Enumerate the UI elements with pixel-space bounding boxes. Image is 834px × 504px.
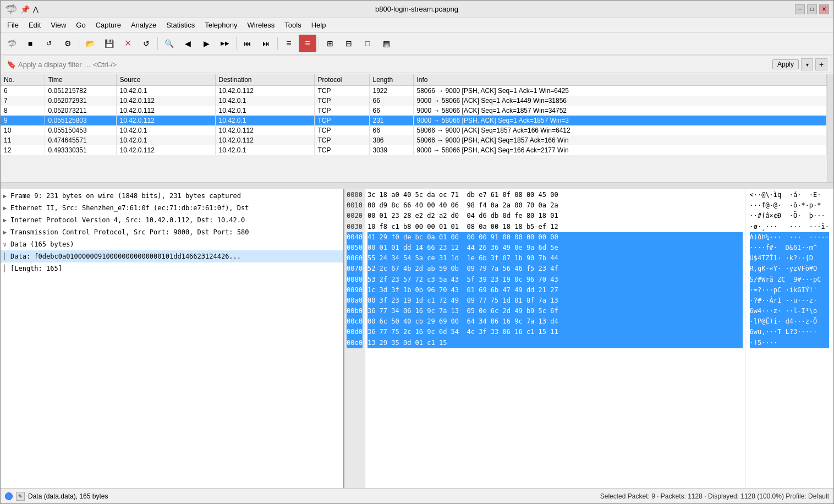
title-bar-left: 🦈 📌 ⋀ bbox=[5, 3, 39, 15]
toolbar-save[interactable]: 💾 bbox=[100, 35, 118, 52]
hex-offset: 0050 bbox=[347, 243, 363, 253]
detail-expand-icon[interactable]: │ bbox=[3, 251, 10, 261]
status-edit-button[interactable]: ✎ bbox=[16, 492, 25, 501]
toolbar-colorrules[interactable]: ≡ bbox=[299, 35, 316, 52]
toolbar-last[interactable]: ⏭ bbox=[257, 35, 275, 52]
menu-statistics[interactable]: Statistics bbox=[162, 20, 199, 30]
menu-help[interactable]: Help bbox=[307, 20, 331, 30]
toolbar-reload[interactable]: ↺ bbox=[138, 35, 155, 52]
cell-source: 10.42.0.112 bbox=[116, 116, 215, 125]
packet-list-scrollbar[interactable] bbox=[827, 74, 833, 182]
toolbar-resize[interactable]: □ bbox=[359, 35, 376, 52]
toolbar-restart[interactable]: ↺ bbox=[40, 35, 58, 52]
detail-item[interactable]: ▶Transmission Control Protocol, Src Port… bbox=[1, 226, 343, 238]
table-row[interactable]: 60.05121578210.42.0.110.42.0.112TCP19225… bbox=[1, 86, 827, 96]
cell-no: 7 bbox=[1, 96, 45, 106]
maximize-button[interactable]: □ bbox=[807, 4, 817, 14]
toolbar-open[interactable]: 📂 bbox=[81, 35, 99, 52]
toolbar-stop[interactable]: ■ bbox=[21, 35, 39, 52]
detail-item[interactable]: ∨Data (165 bytes) bbox=[1, 238, 343, 250]
detail-item[interactable]: ▶Frame 9: 231 bytes on wire (1848 bits),… bbox=[1, 190, 343, 202]
hex-ascii-row: ····f#· D&6I··m^ bbox=[750, 243, 830, 253]
toolbar-find[interactable]: 🔍 bbox=[160, 35, 178, 52]
col-length[interactable]: Length bbox=[369, 74, 413, 86]
hex-data-row: 55 24 34 54 5a ce 31 1d 1e 6b 3f 07 1b 9… bbox=[367, 253, 743, 264]
pin-icon: 📌 bbox=[20, 5, 30, 14]
table-row[interactable]: 70.05207293110.42.0.11210.42.0.1TCP66900… bbox=[1, 96, 827, 106]
filter-dropdown-button[interactable]: ▾ bbox=[801, 58, 813, 70]
col-no[interactable]: No. bbox=[1, 74, 45, 86]
menu-file[interactable]: File bbox=[3, 20, 23, 30]
cell-info: 9000 → 58066 [PSH, ACK] Seq=166 Ack=2177… bbox=[413, 145, 827, 155]
menu-tools[interactable]: Tools bbox=[280, 20, 305, 30]
hex-ascii-row: A)ðÞ¼··· ··· ····· bbox=[750, 232, 830, 243]
cell-protocol: TCP bbox=[314, 96, 369, 106]
cell-length: 1922 bbox=[369, 86, 413, 96]
toolbar-prev[interactable]: ◀ bbox=[179, 35, 196, 52]
table-row[interactable]: 110.47464557110.42.0.110.42.0.112TCP3865… bbox=[1, 135, 827, 145]
toolbar-zoom1[interactable]: ⊞ bbox=[321, 35, 339, 52]
detail-expand-icon[interactable]: ▶ bbox=[3, 191, 10, 201]
col-source[interactable]: Source bbox=[116, 74, 215, 86]
menu-telephony[interactable]: Telephony bbox=[200, 20, 242, 30]
main-window: 🦈 📌 ⋀ b800-login-stream.pcapng ─ □ ✕ Fil… bbox=[0, 0, 834, 504]
detail-expand-icon[interactable]: │ bbox=[3, 264, 10, 273]
hex-ascii-row: ··#(â×¢Ð ·Ö· þ··· bbox=[750, 211, 830, 221]
hex-offset: 0070 bbox=[347, 264, 363, 274]
detail-item[interactable]: │ Data: f0debc0a010000009100000000000000… bbox=[1, 250, 343, 262]
cell-source: 10.42.0.112 bbox=[116, 145, 215, 155]
table-row[interactable]: 80.05207321110.42.0.11210.42.0.1TCP66900… bbox=[1, 106, 827, 116]
detail-expand-icon[interactable]: ▶ bbox=[3, 227, 10, 237]
col-time[interactable]: Time bbox=[45, 74, 116, 86]
toolbar-zoom2[interactable]: ⊟ bbox=[340, 35, 358, 52]
detail-item[interactable]: ▶Ethernet II, Src: Shenzhen_e7:61:0f (ec… bbox=[1, 202, 343, 214]
add-filter-button[interactable]: + bbox=[815, 58, 827, 70]
cell-info: 9000 → 58066 [ACK] Seq=1 Ack=1857 Win=34… bbox=[413, 106, 827, 116]
col-protocol[interactable]: Protocol bbox=[314, 74, 369, 86]
detail-text: [Length: 165] bbox=[10, 264, 341, 273]
toolbar-next2[interactable]: ▶▶ bbox=[216, 35, 234, 52]
filter-input[interactable] bbox=[18, 58, 770, 71]
detail-text: Data: f0debc0a01000000910000000000000010… bbox=[10, 251, 341, 261]
table-row[interactable]: 100.05515045310.42.0.110.42.0.112TCP6658… bbox=[1, 125, 827, 135]
toolbar-options[interactable]: ⚙ bbox=[59, 35, 76, 52]
detail-panel[interactable]: ▶Frame 9: 231 bytes on wire (1848 bits),… bbox=[1, 189, 344, 488]
toolbar-first[interactable]: ⏮ bbox=[239, 35, 256, 52]
hex-offset: 0090 bbox=[347, 285, 363, 295]
col-info[interactable]: Info bbox=[413, 74, 827, 86]
table-row[interactable]: 120.49333035110.42.0.11210.42.0.1TCP3039… bbox=[1, 145, 827, 155]
detail-expand-icon[interactable]: ∨ bbox=[3, 239, 10, 249]
toolbar-colorize[interactable]: ≡ bbox=[280, 35, 298, 52]
menu-view[interactable]: View bbox=[46, 20, 70, 30]
cell-time: 0.055125803 bbox=[45, 116, 116, 125]
packet-list-scroll[interactable]: No. Time Source Destination Protocol Len… bbox=[1, 74, 827, 182]
close-button[interactable]: ✕ bbox=[819, 4, 829, 14]
cell-protocol: TCP bbox=[314, 125, 369, 135]
cell-source: 10.42.0.1 bbox=[116, 125, 215, 135]
table-row[interactable]: 90.05512580310.42.0.11210.42.0.1TCP23190… bbox=[1, 116, 827, 125]
toolbar-sep1 bbox=[79, 37, 79, 50]
detail-expand-icon[interactable]: ▶ bbox=[3, 203, 10, 213]
toolbar-close[interactable]: ✕ bbox=[119, 35, 136, 52]
menu-capture[interactable]: Capture bbox=[91, 20, 125, 30]
packet-list-hscroll[interactable] bbox=[1, 182, 833, 189]
apply-filter-button[interactable]: Apply bbox=[772, 59, 799, 69]
title-bar: 🦈 📌 ⋀ b800-login-stream.pcapng ─ □ ✕ bbox=[1, 1, 833, 18]
toolbar-next[interactable]: ▶ bbox=[197, 35, 215, 52]
menu-edit[interactable]: Edit bbox=[24, 20, 45, 30]
hex-ascii-row: 6w4···z· ··l-I¹\o bbox=[750, 306, 830, 316]
detail-item[interactable]: │ [Length: 165] bbox=[1, 262, 343, 275]
menu-analyze[interactable]: Analyze bbox=[127, 20, 161, 30]
hex-offset: 0020 bbox=[347, 211, 363, 221]
filter-bar: 🔖 Apply ▾ + bbox=[3, 56, 831, 73]
minimize-button[interactable]: ─ bbox=[795, 4, 805, 14]
col-destination[interactable]: Destination bbox=[215, 74, 314, 86]
hex-data-row: 00 01 01 dd 14 66 23 12 44 26 36 49 0e 9… bbox=[367, 243, 743, 253]
toolbar-shark[interactable]: 🦈 bbox=[3, 35, 20, 52]
hex-ascii-panel: <··@\·ìq ·á· ·E····f@·@· ·ô·*·p·*··#(â×¢… bbox=[745, 189, 834, 488]
menu-go[interactable]: Go bbox=[72, 20, 90, 30]
detail-expand-icon[interactable]: ▶ bbox=[3, 215, 10, 225]
detail-item[interactable]: ▶Internet Protocol Version 4, Src: 10.42… bbox=[1, 214, 343, 226]
menu-wireless[interactable]: Wireless bbox=[243, 20, 279, 30]
toolbar-columns[interactable]: ▦ bbox=[377, 35, 395, 52]
